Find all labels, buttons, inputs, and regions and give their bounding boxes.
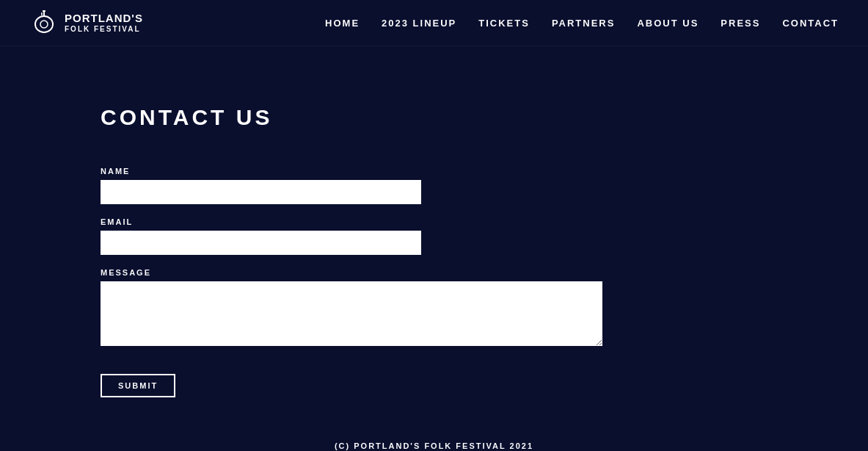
- nav-tickets[interactable]: Tickets: [478, 18, 530, 29]
- email-group: Email: [101, 217, 767, 255]
- nav-contact[interactable]: Contact: [782, 18, 839, 29]
- nav-lineup[interactable]: 2023 Lineup: [382, 18, 456, 29]
- svg-point-0: [35, 16, 53, 32]
- main-nav: Home 2023 Lineup Tickets Partners About …: [325, 18, 839, 29]
- message-label: Message: [101, 268, 767, 277]
- submit-button[interactable]: Submit: [101, 374, 175, 397]
- email-input[interactable]: [101, 231, 421, 255]
- footer-copyright: (C) Portland's Folk Festival 2021: [29, 441, 839, 450]
- name-input[interactable]: [101, 180, 421, 204]
- svg-point-1: [40, 21, 48, 28]
- page-title: Contact Us: [101, 105, 767, 130]
- site-header: Portland's Folk Festival Home 2023 Lineu…: [0, 0, 868, 46]
- name-group: Name: [101, 167, 767, 204]
- logo[interactable]: Portland's Folk Festival: [29, 8, 143, 37]
- site-footer: (C) Portland's Folk Festival 2021: [0, 427, 868, 451]
- nav-home[interactable]: Home: [325, 18, 360, 29]
- main-content: Contact Us Name Email Message Submit: [0, 46, 868, 427]
- nav-press[interactable]: Press: [721, 18, 760, 29]
- message-textarea[interactable]: [101, 281, 602, 346]
- logo-text: Portland's Folk Festival: [65, 12, 143, 33]
- name-label: Name: [101, 167, 767, 176]
- contact-form: Name Email Message Submit: [101, 167, 767, 397]
- message-group: Message: [101, 268, 767, 346]
- logo-line1: Portland's: [65, 12, 143, 25]
- nav-about[interactable]: About Us: [637, 18, 699, 29]
- email-label: Email: [101, 217, 767, 226]
- nav-partners[interactable]: Partners: [552, 18, 616, 29]
- logo-line2: Folk Festival: [65, 25, 143, 33]
